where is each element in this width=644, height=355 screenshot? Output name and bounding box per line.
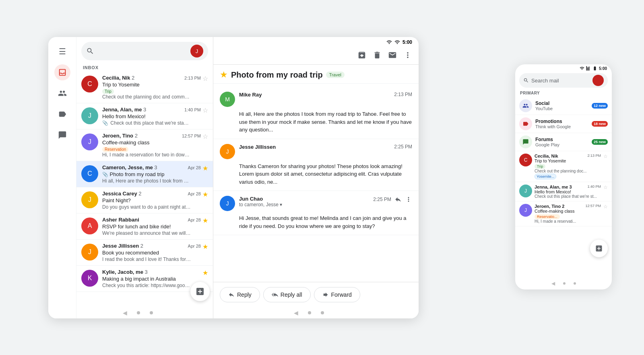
email-sender: Asher Rabbani — [102, 217, 139, 223]
phone-back-arrow[interactable]: ◀ — [551, 281, 555, 286]
email-time: Apr 28 — [188, 244, 201, 248]
back-nav-arrow[interactable]: ◀ — [294, 310, 298, 316]
email-sender: Cameron, Jesse, me 3 — [102, 164, 157, 170]
promo-badge: 18 new — [592, 121, 608, 127]
phone-signal-icon — [586, 66, 591, 71]
star-icon[interactable]: ★ — [202, 217, 208, 224]
star-icon[interactable]: ★ — [202, 191, 208, 198]
phone-nav-dot — [563, 282, 566, 285]
yosemite-tag: Yosemite... — [535, 174, 556, 179]
category-promotions[interactable]: Promotions Think with Google 18 new — [515, 115, 612, 133]
msg-actions: 2:25 PM — [373, 196, 412, 203]
msg-to: to cameron, Jesse ▾ — [239, 202, 369, 207]
category-forums[interactable]: Forums Google Play 25 new — [515, 133, 612, 151]
phone-search[interactable]: Search mail — [519, 73, 608, 88]
more-msg-icon[interactable] — [405, 196, 412, 203]
email-item[interactable]: K Kylie, Jacob, me 3 Apr 28 Making a big… — [76, 266, 213, 292]
phone-email-content: Cecilia, Nik 2:13 PM Trip to Yosemite Tr… — [535, 154, 601, 179]
compose-fab[interactable] — [190, 282, 210, 301]
search-bar[interactable]: Search mail J — [81, 42, 208, 60]
phone-email-preview: Check out the planning doc... — [535, 169, 601, 173]
avatar: K — [81, 270, 98, 287]
phone-email-sender: Cecilia, Nik — [535, 154, 558, 158]
label-icon[interactable] — [54, 106, 70, 122]
msg-actions: 2:13 PM — [394, 92, 412, 97]
email-subject: Making a big impact in Australia — [102, 276, 201, 282]
scene: ☰ Search mail J INBOX — [0, 0, 644, 355]
phone-email-content: Jeroen, Tino 2 12:57 PM Coffee-making cl… — [535, 204, 601, 224]
email-item[interactable]: J Jeroen, Tino 2 12:57 PM Coffee-making … — [76, 129, 213, 161]
category-social[interactable]: Social YouTube 12 new — [515, 97, 612, 115]
phone-email-content: Jenna, Alan, me 3 1:40 PM Hello from Mex… — [535, 185, 601, 199]
star-icon[interactable]: ★ — [202, 243, 208, 250]
inbox-icon[interactable] — [54, 64, 70, 80]
phone-user-avatar[interactable] — [592, 75, 604, 86]
phone-star-icon[interactable]: ☆ — [603, 154, 608, 159]
people-icon[interactable] — [54, 85, 70, 101]
email-content: Jeroen, Tino 2 12:57 PM Coffee-making cl… — [102, 133, 201, 158]
reply-bar: Reply Reply all Forward — [213, 282, 419, 307]
menu-icon[interactable]: ☰ — [54, 43, 70, 60]
reply-all-button[interactable]: Reply all — [263, 287, 311, 302]
phone-status-bar: 5:00 — [515, 64, 612, 71]
phone-email-item[interactable]: C Cecilia, Nik 2:13 PM Trip to Yosemite … — [515, 151, 612, 182]
reply-button[interactable]: Reply — [220, 287, 260, 302]
phone-email-item[interactable]: J Jenna, Alan, me 3 1:40 PM Hello from M… — [515, 182, 612, 201]
email-item[interactable]: C Cecilia, Nik 2 2:13 PM Trip to Yosemit… — [76, 72, 213, 103]
msg-sender-info: Jun Chao to cameron, Jesse ▾ — [239, 196, 369, 207]
phone-compose-fab[interactable] — [590, 240, 608, 257]
delete-icon[interactable] — [373, 51, 382, 60]
phone-star-icon[interactable]: ☆ — [603, 185, 608, 190]
phone-tag: Reservatio... — [535, 214, 560, 219]
chat-icon[interactable] — [54, 127, 70, 143]
star-icon[interactable]: ☆ — [202, 107, 208, 114]
star-icon[interactable]: ☆ — [202, 133, 208, 140]
email-subject: RSVP for lunch and bike ride! — [102, 224, 201, 230]
star-icon[interactable]: ★ — [202, 164, 208, 172]
detail-toolbar — [213, 46, 419, 65]
email-preview: Do you guys want to do a paint night at … — [102, 204, 191, 210]
more-vert-icon[interactable] — [403, 51, 412, 60]
reply-btn-label: Reply — [237, 291, 252, 298]
phone-star-icon[interactable]: ☆ — [603, 204, 608, 209]
email-icon[interactable] — [388, 51, 397, 60]
phone-email-subject: Coffee-making class — [535, 209, 601, 213]
msg-body: Thanks Cameron for sharing your photos! … — [220, 162, 412, 186]
avatar: J — [81, 191, 98, 208]
reply-all-btn-label: Reply all — [281, 291, 302, 298]
email-item[interactable]: J Jesse Jillissen 2 Apr 28 Book you reco… — [76, 240, 213, 266]
email-item[interactable]: J Jenna, Alan, me 3 1:40 PM Hello from M… — [76, 103, 213, 129]
archive-icon[interactable] — [357, 51, 366, 60]
promo-sub: Think with Google — [535, 124, 588, 129]
search-input[interactable]: Search mail — [97, 47, 187, 55]
reply-all-btn-icon — [272, 291, 278, 298]
detail-bottom-nav: ◀ ▶ — [213, 307, 419, 318]
sidebar: ☰ — [48, 37, 76, 318]
msg-sender-info: Jesse Jillissen — [239, 144, 390, 150]
email-subject: Coffee-making class — [102, 140, 201, 146]
email-item[interactable]: J Jessica Carey 2 Apr 28 Paint Night? Do… — [76, 187, 213, 213]
star-icon[interactable]: ★ — [202, 269, 208, 277]
nav-dot — [321, 311, 324, 314]
email-preview: Check you this article: https://www.goog… — [102, 283, 191, 288]
star-icon[interactable]: ☆ — [202, 75, 208, 82]
email-content: Jenna, Alan, me 3 1:40 PM Hello from Mex… — [102, 107, 201, 126]
back-arrow[interactable]: ◀ — [123, 310, 127, 316]
forward-button[interactable]: Forward — [314, 287, 360, 302]
user-avatar[interactable]: J — [190, 45, 203, 57]
social-name: Social — [535, 101, 588, 106]
phone-email-time: 12:57 PM — [585, 204, 601, 209]
phone-mockup: 5:00 Search mail PRIMARY Social YouTube … — [515, 64, 612, 289]
tag: Trip — [102, 89, 114, 94]
phone-avatar: C — [519, 154, 532, 166]
star-detail-icon[interactable]: ★ — [220, 70, 228, 80]
nav-dot — [137, 311, 140, 314]
reply-icon[interactable] — [394, 196, 402, 203]
inbox-label: INBOX — [76, 64, 213, 72]
email-item[interactable]: A Asher Rabbani Apr 28 RSVP for lunch an… — [76, 213, 213, 240]
email-item[interactable]: C Cameron, Jesse, me 3 Apr 28 📎 Photo fr… — [76, 161, 213, 187]
phone-email-item[interactable]: J Jeroen, Tino 2 12:57 PM Coffee-making … — [515, 201, 612, 226]
social-badge: 12 new — [592, 103, 608, 109]
avatar: J — [81, 244, 98, 261]
email-sender: Jeroen, Tino 2 — [102, 133, 138, 139]
